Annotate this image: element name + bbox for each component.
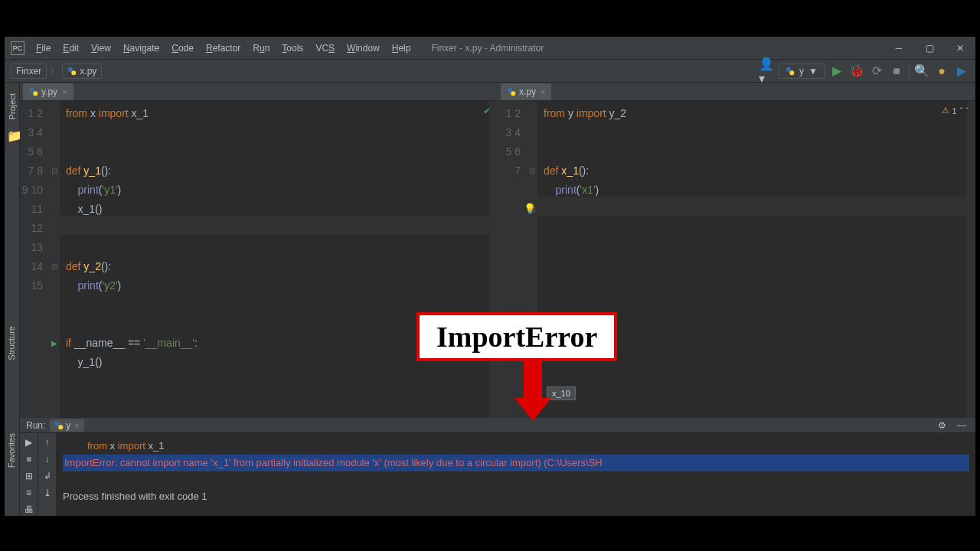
maximize-button[interactable]: ▢	[914, 37, 945, 60]
chevron-up-icon[interactable]: ˆ	[960, 106, 963, 116]
menu-items: File Edit View Navigate Code Refactor Ru…	[31, 40, 416, 57]
check-icon: ✔	[483, 106, 491, 116]
svg-point-8	[55, 421, 60, 425]
close-icon[interactable]: ×	[74, 421, 79, 430]
svg-point-9	[59, 425, 64, 429]
menu-help[interactable]: Help	[387, 40, 416, 57]
close-button[interactable]: ✕	[945, 37, 975, 60]
menu-view[interactable]: View	[86, 40, 116, 57]
menubar: PC File Edit View Navigate Code Refactor…	[5, 37, 975, 60]
python-icon	[507, 87, 516, 96]
editor-split: y.py × 1 2 3 4 5 6 7 8 9 10 11 12 13 14 …	[20, 83, 975, 418]
coverage-button[interactable]: ⟳	[869, 64, 884, 79]
nav-right: 👤▾ y ▼ ▶ 🐞 ⟳ ■ 🔍 ● ▶	[759, 64, 969, 79]
menu-vcs[interactable]: VCS	[310, 40, 340, 57]
code-content-right[interactable]: 💡from y import y_2 def x_1(): print('x1'…	[537, 101, 967, 418]
gutter-left: ⊟ ⊟ ▶	[49, 101, 60, 418]
exit-line: Process finished with exit code 1	[63, 491, 207, 502]
tab-bar-right: x.py ×	[498, 83, 975, 101]
debug-button[interactable]: 🐞	[849, 64, 864, 79]
warning-icon: ⚠	[942, 106, 949, 116]
ide-window: PC File Edit View Navigate Code Refactor…	[5, 37, 975, 516]
scroll-icon[interactable]: ⤓	[41, 487, 54, 499]
chevron-right-icon: 〉	[50, 64, 59, 77]
console-output[interactable]: from x import x_1 ImportError: cannot im…	[57, 433, 975, 516]
user-icon[interactable]: 👤▾	[759, 64, 774, 79]
rerun-button[interactable]: ▶	[23, 436, 35, 448]
menu-window[interactable]: Window	[341, 40, 385, 57]
structure-tool-tab[interactable]: Structure	[5, 321, 18, 365]
right-gutter-left[interactable]	[489, 101, 497, 418]
trash-button[interactable]: ≡	[23, 487, 35, 499]
menu-navigate[interactable]: Navigate	[118, 40, 165, 57]
ide-triangle-icon[interactable]: ▶	[954, 64, 969, 79]
folder-icon[interactable]: 📁	[7, 129, 18, 139]
menu-code[interactable]: Code	[166, 40, 199, 57]
minimize-button[interactable]: ─	[884, 37, 914, 60]
editor-pane-left: y.py × 1 2 3 4 5 6 7 8 9 10 11 12 13 14 …	[20, 83, 498, 418]
main-area: Project 📁 y.py × 1 2 3 4 5 6 7 8 9 10 11…	[5, 83, 975, 516]
project-tool-tab[interactable]: Project	[6, 87, 18, 126]
window-title: Finxer - x.py - Administrator	[431, 43, 544, 54]
error-line: ImportError: cannot import name 'x_1' fr…	[63, 455, 969, 471]
breadcrumb-file[interactable]: x.py	[62, 64, 102, 79]
favorites-tool-tab[interactable]: Favorites	[5, 429, 18, 472]
code-area-right[interactable]: 1 2 3 4 5 6 7 ⊟⊟ 💡from y import y_2 def …	[498, 101, 975, 418]
menu-refactor[interactable]: Refactor	[201, 40, 246, 57]
print-button[interactable]: 🖶	[23, 504, 35, 516]
run-button[interactable]: ▶	[829, 64, 844, 79]
tab-bar-left: y.py ×	[20, 83, 497, 101]
run-label: Run:	[26, 420, 45, 431]
python-icon	[67, 67, 77, 76]
ide-circle-icon[interactable]: ●	[934, 64, 949, 79]
svg-point-4	[30, 88, 34, 93]
right-gutter-right[interactable]	[967, 101, 975, 418]
run-panel: Run: y × ⚙ — ▶ ■ ⊞	[20, 418, 975, 516]
stop-button[interactable]: ■	[23, 453, 35, 465]
up-arrow-icon[interactable]: ↑	[41, 436, 54, 448]
run-toolbar-2: ↑ ↓ ↲ ⤓	[38, 433, 57, 516]
gear-icon[interactable]: ⚙	[934, 418, 949, 433]
app-icon: PC	[11, 41, 24, 55]
breadcrumb-project[interactable]: Finxer	[11, 64, 47, 79]
menu-file[interactable]: File	[31, 40, 56, 57]
run-toolbar-1: ▶ ■ ⊞ ≡ 🖶	[20, 433, 38, 516]
svg-point-7	[511, 91, 515, 96]
editor-pane-right: x.py × 1 2 3 4 5 6 7 ⊟⊟ 💡from y import y…	[498, 83, 975, 418]
stop-button[interactable]: ■	[889, 64, 904, 79]
menu-tools[interactable]: Tools	[276, 40, 309, 57]
code-content-left[interactable]: from x import x_1 def y_1(): print('y1')…	[60, 101, 489, 418]
chevron-down-icon[interactable]: ˇ	[965, 106, 969, 116]
navbar: Finxer 〉 x.py 👤▾ y ▼ ▶ 🐞 ⟳ ■ 🔍 ● ▶	[5, 60, 975, 83]
layout-button[interactable]: ⊞	[23, 470, 35, 482]
close-icon[interactable]: ×	[62, 87, 67, 96]
breadcrumb: Finxer 〉 x.py	[11, 64, 105, 79]
run-tools: ⚙ —	[934, 418, 969, 433]
python-icon	[786, 67, 795, 76]
menu-edit[interactable]: Edit	[57, 40, 84, 57]
python-icon	[54, 421, 64, 430]
annotation-label: ImportError	[416, 312, 617, 361]
file-tab-y[interactable]: y.py ×	[23, 83, 74, 100]
lightbulb-icon[interactable]: 💡	[524, 199, 536, 218]
python-icon	[29, 87, 38, 96]
editor-area: y.py × 1 2 3 4 5 6 7 8 9 10 11 12 13 14 …	[20, 83, 975, 516]
annotation-arrow	[518, 361, 548, 421]
down-arrow-icon[interactable]: ↓	[41, 453, 54, 465]
svg-point-2	[786, 67, 791, 71]
menu-run[interactable]: Run	[247, 40, 275, 57]
run-body: ▶ ■ ⊞ ≡ 🖶 ↑ ↓ ↲ ⤓ from x import x_1 Impo…	[20, 433, 975, 516]
file-tab-x[interactable]: x.py ×	[501, 83, 551, 100]
svg-point-0	[68, 67, 73, 71]
wrap-icon[interactable]: ↲	[41, 470, 54, 482]
search-icon[interactable]: 🔍	[914, 64, 929, 79]
run-panel-header: Run: y × ⚙ —	[20, 418, 975, 433]
run-tab-y[interactable]: y ×	[50, 419, 83, 432]
close-icon[interactable]: ×	[541, 87, 545, 96]
minimize-panel-icon[interactable]: —	[954, 418, 969, 433]
svg-point-1	[72, 70, 77, 75]
code-area-left[interactable]: 1 2 3 4 5 6 7 8 9 10 11 12 13 14 15 ⊟ ⊟ …	[20, 101, 497, 418]
warning-badge[interactable]: ⚠ 1 ˆ ˇ	[942, 106, 969, 116]
line-numbers-left: 1 2 3 4 5 6 7 8 9 10 11 12 13 14 15	[20, 101, 49, 418]
run-config-select[interactable]: y ▼	[779, 64, 825, 79]
